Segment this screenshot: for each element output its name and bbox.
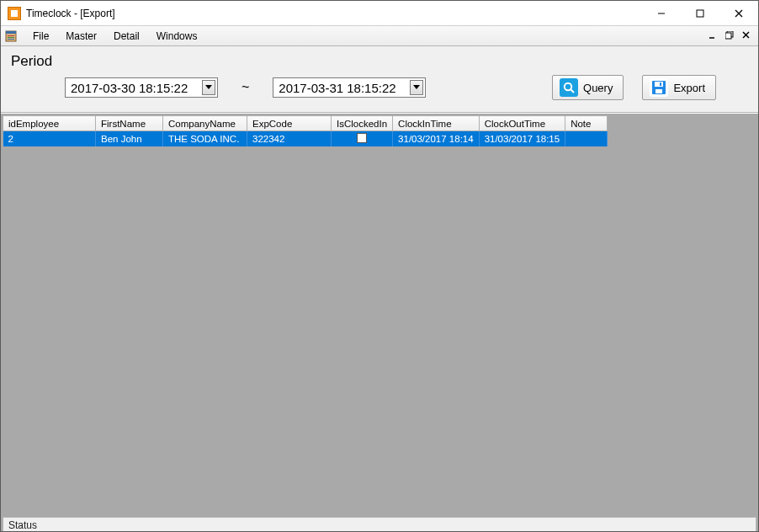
tilde-separator: ~	[242, 80, 249, 95]
grid-header-row: idEmployee FirstName CompanyName ExpCode…	[3, 116, 608, 131]
date-to-combo[interactable]: 2017-03-31 18:15:22	[273, 77, 426, 98]
svg-rect-21	[660, 82, 661, 86]
window-title: Timeclock - [Export]	[26, 8, 115, 19]
col-note[interactable]: Note	[565, 116, 608, 131]
col-isclockedin[interactable]: IsClockedIn	[332, 116, 393, 131]
menu-file[interactable]: File	[24, 28, 57, 45]
col-idemployee[interactable]: idEmployee	[3, 116, 96, 131]
data-grid[interactable]: idEmployee FirstName CompanyName ExpCode…	[3, 115, 608, 146]
svg-line-17	[571, 89, 574, 93]
chevron-down-icon[interactable]	[410, 80, 423, 95]
svg-rect-6	[8, 35, 14, 36]
col-clockouttime[interactable]: ClockOutTime	[479, 116, 565, 131]
mdi-controls	[706, 29, 753, 42]
status-text: Status	[8, 519, 37, 531]
minimize-button[interactable]	[642, 1, 681, 26]
query-button[interactable]: Query	[552, 75, 624, 100]
svg-rect-1	[697, 10, 703, 17]
svg-marker-14	[205, 85, 212, 89]
search-icon	[560, 78, 578, 97]
chevron-down-icon[interactable]	[202, 80, 215, 95]
grid-area: idEmployee FirstName CompanyName ExpCode…	[1, 113, 758, 532]
col-firstname[interactable]: FirstName	[96, 116, 163, 131]
cell-companyname[interactable]: THE SODA INC.	[163, 131, 247, 147]
cell-firstname[interactable]: Ben John	[96, 131, 163, 147]
svg-rect-7	[8, 37, 14, 38]
menubar: File Master Detail Windows	[1, 26, 758, 46]
svg-marker-15	[413, 85, 420, 89]
svg-rect-8	[8, 39, 14, 40]
svg-rect-11	[725, 33, 731, 39]
svg-point-16	[565, 83, 571, 90]
cell-isclockedin[interactable]	[332, 131, 393, 147]
col-expcode[interactable]: ExpCode	[247, 116, 332, 131]
export-button-label: Export	[673, 82, 705, 94]
titlebar: Timeclock - [Export]	[1, 1, 758, 26]
close-button[interactable]	[719, 1, 758, 26]
svg-rect-5	[6, 31, 16, 34]
period-label: Period	[11, 53, 750, 70]
svg-rect-20	[656, 89, 662, 93]
cell-idemployee[interactable]: 2	[3, 131, 96, 147]
col-companyname[interactable]: CompanyName	[163, 116, 247, 131]
export-button[interactable]: Export	[642, 75, 716, 100]
maximize-button[interactable]	[681, 1, 719, 26]
status-bar: Status	[3, 517, 756, 532]
mdi-minimize-button[interactable]	[706, 29, 719, 42]
menu-detail[interactable]: Detail	[105, 28, 148, 45]
mdi-close-button[interactable]	[740, 29, 753, 42]
table-row[interactable]: 2 Ben John THE SODA INC. 322342 31/03/20…	[3, 131, 608, 147]
cell-clockouttime[interactable]: 31/03/2017 18:15	[479, 131, 565, 147]
save-icon	[650, 78, 668, 97]
date-to-value: 2017-03-31 18:15:22	[279, 81, 410, 95]
date-from-combo[interactable]: 2017-03-30 18:15:22	[65, 77, 218, 98]
col-clockintime[interactable]: ClockInTime	[393, 116, 480, 131]
query-button-label: Query	[583, 82, 613, 94]
app-icon	[8, 7, 21, 20]
date-from-value: 2017-03-30 18:15:22	[71, 81, 202, 95]
svg-rect-19	[655, 82, 663, 87]
checkbox-icon[interactable]	[357, 133, 367, 143]
cell-clockintime[interactable]: 31/03/2017 18:14	[393, 131, 480, 147]
mdi-restore-button[interactable]	[723, 29, 736, 42]
toolbar-area: Period 2017-03-30 18:15:22 ~ 2017-03-31 …	[1, 46, 758, 113]
menu-windows[interactable]: Windows	[148, 28, 206, 45]
cell-note[interactable]	[565, 131, 608, 147]
menu-master[interactable]: Master	[57, 28, 105, 45]
cell-expcode[interactable]: 322342	[247, 131, 332, 147]
form-icon	[4, 29, 18, 43]
